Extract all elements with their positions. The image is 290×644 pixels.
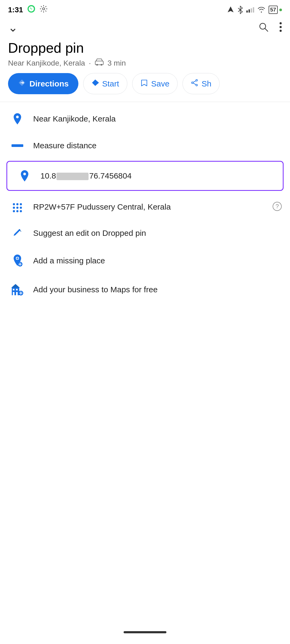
chevron-down-icon[interactable]: ⌄ [8, 21, 18, 34]
svg-rect-44 [13, 289, 14, 290]
svg-point-29 [13, 207, 15, 209]
svg-rect-9 [95, 61, 103, 65]
svg-point-6 [280, 22, 282, 24]
coordinates-text: 10.876.7456804 [40, 171, 275, 180]
drive-time: 3 min [108, 59, 126, 67]
share-icon [191, 79, 198, 88]
share-button[interactable]: Sh [182, 73, 220, 94]
place-info: Dropped pin Near Kanjikode, Kerala · 3 m… [0, 40, 290, 73]
coords-pin-icon [15, 170, 34, 182]
svg-marker-12 [92, 79, 98, 86]
svg-point-10 [96, 64, 98, 66]
share-label: Sh [201, 79, 211, 88]
redacted-coords [56, 173, 89, 180]
svg-point-1 [43, 8, 45, 10]
top-nav: ⌄ [0, 18, 290, 40]
start-button[interactable]: Start [83, 73, 127, 94]
time-display: 1:31 [8, 6, 23, 14]
list-item[interactable]: Suggest an edit on Dropped pin [0, 220, 290, 246]
whatsapp-icon [27, 5, 35, 15]
menu-list: Near Kanjikode, Kerala Measure distance … [0, 102, 290, 306]
place-subtitle: Near Kanjikode, Kerala · 3 min [8, 58, 282, 68]
subtitle-location: Near Kanjikode, Kerala [8, 59, 85, 67]
suggest-edit-text: Suggest an edit on Dropped pin [33, 229, 282, 238]
svg-line-5 [265, 28, 268, 31]
list-item[interactable]: Add your business to Maps for free [0, 275, 290, 304]
pencil-icon [8, 228, 27, 238]
settings-icon [40, 5, 48, 15]
more-options-icon[interactable] [279, 22, 282, 33]
list-item[interactable]: RP2W+57F Pudussery Central, Kerala ? [0, 194, 290, 220]
svg-point-13 [196, 79, 197, 81]
battery-charging-dot [279, 9, 282, 11]
svg-point-8 [280, 30, 282, 32]
svg-point-31 [20, 207, 22, 209]
svg-point-18 [16, 116, 19, 118]
location-plus-icon [8, 254, 27, 267]
directions-label: Directions [29, 79, 69, 88]
list-item[interactable]: Add a missing place [0, 246, 290, 275]
svg-point-26 [13, 203, 15, 205]
svg-point-28 [20, 203, 22, 205]
car-icon [95, 58, 104, 68]
subtitle-separator: · [89, 59, 91, 67]
status-icons: 57 [227, 6, 282, 14]
svg-line-16 [193, 81, 196, 82]
action-buttons-row: Directions Start Save [0, 73, 290, 94]
list-item[interactable]: Measure distance [0, 133, 290, 158]
ruler-icon [8, 142, 27, 149]
battery-indicator: 57 [269, 6, 282, 14]
svg-point-33 [16, 210, 18, 212]
place-title: Dropped pin [8, 40, 282, 56]
add-business-text: Add your business to Maps for free [33, 285, 282, 294]
bottom-handle [124, 631, 166, 633]
svg-rect-47 [16, 292, 18, 295]
svg-point-30 [16, 207, 18, 209]
search-icon[interactable] [258, 22, 269, 33]
svg-text:?: ? [276, 203, 279, 210]
svg-point-32 [13, 210, 15, 212]
save-icon [140, 79, 148, 88]
battery-level: 57 [270, 7, 276, 13]
plus-code-icon [8, 202, 27, 212]
svg-point-27 [16, 203, 18, 205]
help-icon[interactable]: ? [272, 202, 282, 212]
location-text: Near Kanjikode, Kerala [33, 114, 282, 123]
measure-distance-text: Measure distance [33, 141, 282, 150]
svg-rect-46 [13, 292, 14, 295]
svg-point-7 [280, 26, 282, 28]
bluetooth-icon [237, 6, 243, 14]
add-missing-place-text: Add a missing place [33, 256, 282, 265]
save-label: Save [151, 79, 169, 88]
location-pin-icon [8, 113, 27, 125]
svg-line-17 [193, 83, 196, 85]
svg-point-14 [196, 84, 197, 86]
svg-point-25 [23, 173, 26, 175]
status-bar: 1:31 [0, 0, 290, 18]
location-arrow-icon [227, 6, 234, 14]
start-icon [91, 79, 99, 88]
svg-point-11 [101, 64, 102, 66]
list-item[interactable]: Near Kanjikode, Kerala [0, 105, 290, 133]
wifi-icon [257, 6, 265, 14]
status-time: 1:31 [8, 5, 48, 15]
coordinates-item[interactable]: 10.876.7456804 [6, 161, 284, 191]
svg-point-15 [192, 82, 193, 84]
svg-marker-48 [11, 284, 20, 288]
directions-icon [18, 78, 26, 89]
svg-rect-19 [12, 144, 23, 147]
building-plus-icon [8, 283, 27, 296]
directions-button[interactable]: Directions [8, 73, 78, 94]
plus-code-text: RP2W+57F Pudussery Central, Kerala [33, 202, 272, 211]
start-label: Start [102, 79, 119, 88]
signal-bars [246, 7, 254, 13]
svg-rect-45 [16, 289, 18, 290]
svg-point-34 [20, 210, 22, 212]
save-button[interactable]: Save [132, 73, 178, 94]
